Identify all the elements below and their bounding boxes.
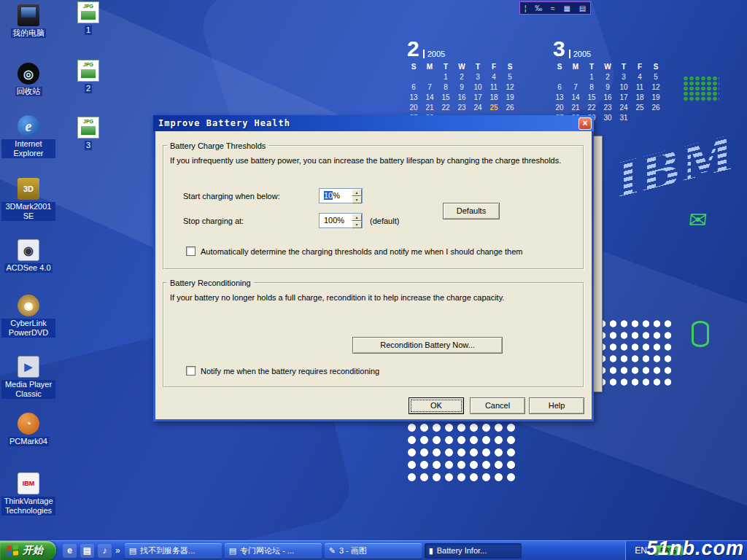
wave-tool-icon[interactable]: ≈	[551, 4, 555, 12]
desktop-icon-3dmark2001[interactable]: 3D3DMark2001 SE	[1, 178, 55, 221]
ibm-logo: IBM	[606, 126, 738, 211]
desktop-icon-thinkvantage[interactable]: IBMThinkVantage Technologies	[1, 472, 55, 516]
cancel-button[interactable]: Cancel	[470, 397, 525, 414]
calendar-day: 15	[438, 93, 454, 104]
desktop-icon-label: Media Player Classic	[1, 380, 55, 399]
calendar-day: 10	[470, 83, 486, 93]
calendar-day: 6	[551, 83, 568, 93]
spin-up-icon[interactable]: ▲	[352, 214, 362, 221]
jpg-file-icon: JPG	[77, 117, 99, 139]
calendar-day	[422, 73, 438, 83]
notes-tool-icon[interactable]: ▤	[579, 4, 586, 12]
desktop-icon-my-computer[interactable]: 我的电脑	[1, 4, 55, 38]
taskbar-task-forum[interactable]: ▤专门网论坛 - ...	[225, 543, 322, 559]
stop-threshold-spinbox[interactable]: 100% ▲ ▼	[319, 213, 363, 228]
spin-down-icon[interactable]: ▼	[352, 221, 362, 228]
notify-reconditioning-row: Notify me when the battery requires reco…	[186, 366, 379, 376]
taskbar-task-paint[interactable]: ✎3 - 画图	[325, 543, 422, 559]
quick-launch-media-player-icon[interactable]: ♪	[98, 544, 112, 558]
jpg-file-2[interactable]: JPG2	[61, 60, 115, 93]
dialog-titlebar[interactable]: Improve Battery Health ×	[153, 115, 594, 131]
percent-suffix: %	[333, 191, 340, 200]
jpg-file-1[interactable]: JPG1	[61, 1, 115, 35]
paint-icon: ✎	[329, 546, 336, 556]
jpg-file-3[interactable]: JPG3	[61, 117, 115, 150]
floating-toolbar[interactable]: ¦‰≈▦▤	[519, 1, 591, 15]
calendar-year: 2005	[569, 50, 591, 58]
battery-charge-thresholds-group: Battery Charge Thresholds If you infrequ…	[163, 141, 584, 270]
start-label: 开始	[23, 544, 43, 557]
battery-information-icon: ▮	[429, 546, 433, 556]
desktop-icon-powerdvd[interactable]: ◉CyberLink PowerDVD	[1, 295, 55, 338]
desktop-icon-internet-explorer[interactable]: eInternet Explorer	[1, 115, 55, 158]
calendar-day: 26	[502, 104, 518, 114]
calendar-day: 20	[551, 104, 568, 114]
calendar-day-header: M	[422, 63, 438, 73]
thresholds-description: If you infrequently use battery power, y…	[170, 156, 577, 165]
close-button[interactable]: ×	[578, 117, 592, 130]
calendar-day: 20	[406, 104, 422, 114]
notify-reconditioning-checkbox[interactable]	[186, 366, 196, 376]
calendar-day: 11	[632, 83, 648, 93]
stop-charging-row: Stop charging at: 100% ▲ ▼ (default)	[183, 213, 399, 228]
quick-launch-show-desktop-icon[interactable]: ▤	[80, 544, 94, 558]
help-button[interactable]: Help	[529, 397, 584, 414]
acdsee-icon: ◉	[18, 239, 39, 261]
language-indicator[interactable]: EN	[635, 545, 647, 556]
percent-tool-icon[interactable]: ‰	[535, 4, 542, 12]
calendar-header: 2 2005	[406, 38, 522, 60]
desktop-icon-label: PCMark04	[8, 437, 49, 446]
task-label: Battery Infor...	[437, 546, 487, 555]
calendar-day	[551, 73, 568, 83]
calendar-year: 2005	[423, 50, 445, 58]
calendar-day: 4	[632, 73, 648, 83]
calendar-day	[406, 73, 422, 83]
auto-determine-label: Automatically determine the charging thr…	[201, 247, 522, 256]
calendar-day: 5	[648, 73, 664, 83]
reconditioning-group-title: Battery Reconditioning	[167, 279, 254, 287]
calendar-day: 6	[406, 83, 422, 93]
grid-tool-icon[interactable]: ▦	[563, 4, 570, 12]
start-button[interactable]: 开始	[0, 541, 56, 560]
calendar-day: 24	[470, 104, 486, 114]
spin-up-icon[interactable]: ▲	[352, 189, 362, 196]
calendar-day: 25	[486, 104, 502, 114]
desktop-icon-label: ACDSee 4.0	[4, 263, 52, 273]
desktop-icon-label: ThinkVantage Technologies	[1, 497, 55, 516]
taskbar-task-battery-information[interactable]: ▮Battery Infor...	[425, 543, 522, 559]
calendar-day: 17	[616, 93, 632, 104]
taskbar-task-server-not-found[interactable]: ▤找不到服务器...	[125, 543, 222, 559]
chevron-icon[interactable]: »	[115, 545, 125, 556]
quick-launch-internet-explorer-icon[interactable]: e	[63, 544, 77, 558]
calendar-day: 16	[600, 93, 616, 104]
calendar-day: 26	[648, 104, 664, 114]
calendar-day-header: S	[648, 63, 664, 73]
defaults-button[interactable]: Defaults	[443, 203, 500, 219]
calendar-day: 19	[648, 93, 664, 104]
desktop-icon-acdsee[interactable]: ◉ACDSee 4.0	[1, 239, 55, 273]
start-threshold-spinbox[interactable]: 10% ▲ ▼	[319, 188, 363, 203]
calendar-day: 2	[454, 73, 470, 83]
dialog-title: Improve Battery Health	[158, 118, 578, 128]
windows-flag-icon	[7, 545, 18, 556]
ok-button[interactable]: OK	[409, 397, 464, 414]
start-charging-label: Start charging when below:	[183, 192, 319, 201]
pen-tool-icon[interactable]: ¦	[525, 4, 527, 12]
media-player-classic-icon: ▶	[18, 356, 39, 378]
calendar-day: 18	[486, 93, 502, 104]
spinner-buttons: ▲ ▼	[352, 189, 362, 203]
calendar-day: 23	[600, 104, 616, 114]
calendar-march-2005: 3 2005 SMTWTFS12345678910111213141516171…	[551, 38, 668, 124]
spin-down-icon[interactable]: ▼	[352, 196, 362, 203]
desktop-icon-label: CyberLink PowerDVD	[1, 319, 55, 338]
desktop-icon-media-player-classic[interactable]: ▶Media Player Classic	[1, 356, 55, 399]
recondition-battery-button[interactable]: Recondition Battery Now...	[352, 337, 503, 354]
calendar-day-header: S	[551, 63, 568, 73]
auto-determine-checkbox[interactable]	[186, 246, 196, 256]
desktop-icon-pcmark04[interactable]: ◔PCMark04	[1, 413, 55, 446]
calendar-day: 13	[406, 93, 422, 104]
calendar-day-header: T	[616, 63, 632, 73]
desktop-icon-recycle-bin[interactable]: ◎回收站	[1, 63, 55, 96]
task-label: 找不到服务器...	[140, 545, 195, 556]
calendar-day: 2	[600, 73, 616, 83]
